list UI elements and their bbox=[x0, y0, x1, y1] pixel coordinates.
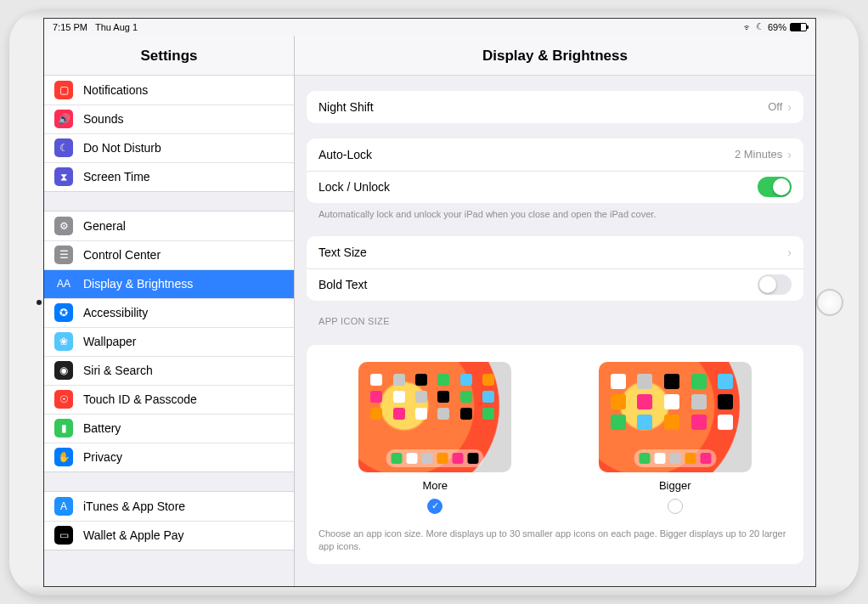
moon-icon: ☾ bbox=[756, 21, 764, 32]
sidebar-icon: ▢ bbox=[54, 81, 73, 99]
sidebar-item-label: Wallet & Apple Pay bbox=[83, 528, 184, 542]
sidebar-item-label: General bbox=[83, 219, 126, 233]
sidebar-item-accessibility[interactable]: ✪Accessibility bbox=[44, 298, 294, 327]
row-label: Bold Text bbox=[318, 278, 367, 291]
battery-percent: 69% bbox=[768, 22, 786, 32]
sidebar-item-touch-id-passcode[interactable]: ☉Touch ID & Passcode bbox=[44, 385, 294, 414]
sidebar-icon: ☰ bbox=[54, 246, 73, 264]
row-value: 2 Minutes bbox=[735, 148, 782, 161]
sidebar-icon: ⚙ bbox=[54, 217, 73, 235]
battery-icon bbox=[790, 23, 807, 31]
sidebar-item-general[interactable]: ⚙General bbox=[44, 212, 294, 240]
bold-text-row: Bold Text bbox=[307, 268, 803, 301]
sidebar-icon: ▭ bbox=[54, 526, 73, 545]
detail-pane: Display & Brightness Night Shift Off › A… bbox=[295, 36, 815, 586]
status-time: 7:15 PM bbox=[53, 22, 87, 32]
sidebar-item-label: Privacy bbox=[83, 450, 122, 464]
row-label: Text Size bbox=[318, 246, 367, 259]
sidebar-item-screen-time[interactable]: ⧗Screen Time bbox=[44, 162, 294, 191]
sidebar-item-sounds[interactable]: 🔊Sounds bbox=[44, 104, 294, 133]
sidebar-item-wallet-apple-pay[interactable]: ▭Wallet & Apple Pay bbox=[44, 521, 294, 550]
screen: 7:15 PM Thu Aug 1 ᯤ ☾ 69% Settings ▢Noti… bbox=[43, 18, 816, 587]
sidebar-item-label: Screen Time bbox=[83, 170, 150, 183]
ipad-frame: 7:15 PM Thu Aug 1 ᯤ ☾ 69% Settings ▢Noti… bbox=[9, 9, 859, 596]
sidebar-icon: AA bbox=[54, 274, 73, 293]
sidebar-icon: ◉ bbox=[54, 361, 73, 380]
icon-size-option-more[interactable]: More ✓ bbox=[358, 362, 511, 514]
status-bar: 7:15 PM Thu Aug 1 ᯤ ☾ 69% bbox=[44, 19, 815, 36]
row-label: Auto-Lock bbox=[318, 148, 372, 161]
chevron-right-icon: › bbox=[787, 100, 792, 114]
bold-text-toggle[interactable] bbox=[758, 274, 792, 295]
icon-size-option-bigger[interactable]: Bigger bbox=[599, 362, 752, 514]
chevron-right-icon: › bbox=[787, 148, 792, 161]
sidebar-item-display-brightness[interactable]: AADisplay & Brightness bbox=[44, 269, 294, 298]
sidebar-item-label: Sounds bbox=[83, 112, 123, 126]
sidebar-item-control-center[interactable]: ☰Control Center bbox=[44, 240, 294, 269]
pane-title: Display & Brightness bbox=[295, 36, 815, 76]
sidebar-item-siri-search[interactable]: ◉Siri & Search bbox=[44, 356, 294, 385]
sidebar-icon: ☉ bbox=[54, 390, 73, 409]
status-date: Thu Aug 1 bbox=[95, 22, 138, 32]
sidebar-icon: A bbox=[54, 497, 73, 516]
lock-unlock-toggle[interactable] bbox=[758, 177, 792, 197]
sidebar-item-label: Control Center bbox=[83, 248, 161, 262]
row-label: Night Shift bbox=[318, 100, 374, 114]
preview-bigger bbox=[599, 362, 752, 472]
row-label: Lock / Unlock bbox=[318, 180, 390, 194]
sidebar-item-battery[interactable]: ▮Battery bbox=[44, 414, 294, 443]
sidebar-item-privacy[interactable]: ✋Privacy bbox=[44, 443, 294, 471]
app-icon-size-header: APP ICON SIZE bbox=[307, 301, 803, 330]
sidebar-item-label: Notifications bbox=[83, 83, 148, 97]
sidebar-item-do-not-disturb[interactable]: ☾Do Not Disturb bbox=[44, 133, 294, 162]
sidebar-item-label: Display & Brightness bbox=[83, 277, 193, 291]
sidebar-icon: ▮ bbox=[54, 419, 73, 437]
preview-more bbox=[358, 362, 511, 472]
sidebar-item-itunes-app-store[interactable]: AiTunes & App Store bbox=[44, 492, 294, 521]
option-label: More bbox=[422, 479, 448, 492]
sidebar-title: Settings bbox=[44, 36, 294, 75]
wifi-icon: ᯤ bbox=[743, 22, 752, 32]
radio-unchecked-icon bbox=[668, 499, 683, 514]
home-button[interactable] bbox=[816, 289, 843, 316]
radio-checked-icon: ✓ bbox=[427, 499, 442, 514]
sidebar-item-label: Do Not Disturb bbox=[83, 141, 161, 155]
sidebar-item-label: Battery bbox=[83, 421, 121, 435]
sidebar-item-notifications[interactable]: ▢Notifications bbox=[44, 76, 294, 104]
sidebar-icon: ☾ bbox=[54, 138, 73, 157]
sidebar-item-label: Accessibility bbox=[83, 306, 148, 319]
sidebar-item-label: Wallpaper bbox=[83, 335, 137, 348]
sidebar-item-label: Siri & Search bbox=[83, 364, 153, 377]
lock-unlock-row: Lock / Unlock bbox=[307, 171, 803, 203]
camera-dot bbox=[37, 300, 42, 305]
icon-size-note: Choose an app icon size. More displays u… bbox=[307, 522, 803, 564]
auto-lock-row[interactable]: Auto-Lock 2 Minutes › bbox=[307, 138, 803, 171]
settings-sidebar: Settings ▢Notifications🔊Sounds☾Do Not Di… bbox=[44, 36, 295, 586]
sidebar-icon: ✋ bbox=[54, 448, 73, 466]
sidebar-item-wallpaper[interactable]: ❀Wallpaper bbox=[44, 327, 294, 356]
sidebar-item-label: iTunes & App Store bbox=[83, 500, 185, 513]
night-shift-row[interactable]: Night Shift Off › bbox=[307, 91, 803, 123]
option-label: Bigger bbox=[659, 479, 691, 492]
text-size-row[interactable]: Text Size › bbox=[307, 236, 803, 268]
sidebar-item-label: Touch ID & Passcode bbox=[83, 392, 197, 406]
sidebar-icon: ✪ bbox=[54, 303, 73, 322]
sidebar-icon: ⧗ bbox=[54, 167, 73, 186]
row-value: Off bbox=[768, 100, 782, 113]
chevron-right-icon: › bbox=[787, 246, 792, 259]
sidebar-icon: ❀ bbox=[54, 332, 73, 351]
sidebar-icon: 🔊 bbox=[54, 110, 73, 128]
lock-unlock-note: Automatically lock and unlock your iPad … bbox=[307, 203, 803, 221]
